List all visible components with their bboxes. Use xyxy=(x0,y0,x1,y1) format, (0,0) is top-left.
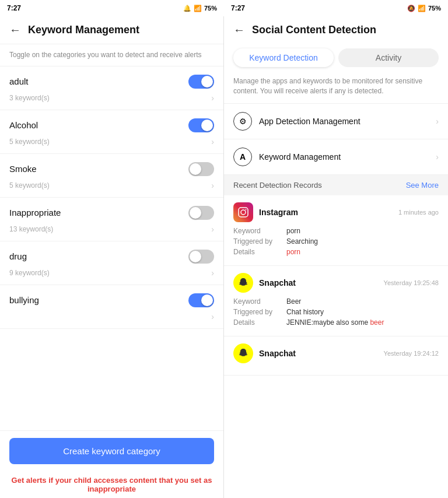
list-item: drug 9 keyword(s) › xyxy=(0,241,223,285)
category-name: adult xyxy=(9,76,29,86)
keywords-row[interactable]: 9 keyword(s) › xyxy=(0,266,223,285)
detection-card-snapchat-2: Snapchat Yesterday 19:24:12 xyxy=(224,336,448,376)
recent-title: Recent Detection Records xyxy=(233,181,322,190)
detection-time: 1 minutes ago xyxy=(398,209,439,216)
category-name: Smoke xyxy=(9,164,37,174)
detection-app-row: Instagram 1 minutes ago xyxy=(233,202,439,222)
create-keyword-category-button[interactable]: Create keyword category xyxy=(9,438,214,464)
tab-activity[interactable]: Activity xyxy=(338,48,439,67)
keyword-management-item[interactable]: A Keyword Management › xyxy=(224,139,448,175)
keyword-label: Keyword xyxy=(233,297,277,306)
detail-row-triggered: Triggered by Chat history xyxy=(233,308,439,316)
list-item: Smoke 5 keyword(s) › xyxy=(0,154,223,198)
keywords-count: 9 keyword(s) xyxy=(9,269,50,277)
right-status-icons: 🔕 📶 75% xyxy=(407,5,441,12)
toggle-bullying[interactable] xyxy=(188,293,214,307)
bottom-alert: Get alerts if your child accesses conten… xyxy=(0,471,223,498)
back-button-left[interactable]: ← xyxy=(9,23,21,37)
category-name: bullying xyxy=(9,295,39,305)
snapchat-app-name-2: Snapchat xyxy=(259,349,296,358)
list-item: Alcohol 5 keyword(s) › xyxy=(0,110,223,154)
detail-row-keyword: Keyword Beer xyxy=(233,297,439,306)
triggered-label: Triggered by xyxy=(233,308,277,316)
right-panel-subtitle: Manage the apps and keywords to be monit… xyxy=(224,72,448,104)
category-row: adult xyxy=(0,66,223,91)
chevron-right-icon: › xyxy=(436,117,439,126)
keywords-count: 13 keyword(s) xyxy=(9,225,53,233)
detection-card-instagram: Instagram 1 minutes ago Keyword porn Tri… xyxy=(224,195,448,266)
detection-app-row: Snapchat Yesterday 19:24:12 xyxy=(233,343,439,363)
keywords-row[interactable]: 3 keyword(s) › xyxy=(0,91,223,110)
keywords-count: 5 keyword(s) xyxy=(9,181,50,190)
mute-icon: 🔕 xyxy=(407,5,415,12)
toggle-adult[interactable] xyxy=(188,75,214,89)
keywords-row[interactable]: › xyxy=(0,310,223,328)
categories-list: adult 3 keyword(s) › Alcohol 5 keyword(s… xyxy=(0,66,223,430)
menu-item-left: A Keyword Management xyxy=(233,148,341,166)
keyword-management-icon: A xyxy=(233,148,252,166)
wifi-icon-right: 📶 xyxy=(418,5,426,12)
keyword-value: Beer xyxy=(286,297,301,306)
chevron-right-icon: › xyxy=(436,152,439,162)
left-panel-subtitle: Toggle on the categories you want to det… xyxy=(0,44,223,66)
category-row: Inappropriate xyxy=(0,198,223,222)
tab-keyword-detection[interactable]: Keyword Detection xyxy=(233,48,334,67)
keywords-row[interactable]: 5 keyword(s) › xyxy=(0,135,223,153)
detection-app-row: Snapchat Yesterday 19:25:48 xyxy=(233,273,439,293)
list-item: adult 3 keyword(s) › xyxy=(0,66,223,110)
detail-row-details: Details JENNIE:maybe also some beer xyxy=(233,318,439,327)
keyword-management-label: Keyword Management xyxy=(259,152,341,162)
app-info: Instagram xyxy=(233,202,298,222)
details-highlight: beer xyxy=(370,318,384,327)
toggle-inappropriate[interactable] xyxy=(188,206,214,220)
app-detection-management-item[interactable]: ⚙ App Detection Management › xyxy=(224,104,448,139)
detection-time: Yesterday 19:25:48 xyxy=(384,279,439,286)
keywords-row[interactable]: 5 keyword(s) › xyxy=(0,178,223,197)
keyword-value: porn xyxy=(286,227,300,235)
back-button-right[interactable]: ← xyxy=(233,23,245,37)
chevron-right-icon: › xyxy=(211,268,214,278)
instagram-icon xyxy=(233,202,253,222)
right-panel: ← Social Content Detection Keyword Detec… xyxy=(224,16,448,498)
keywords-count: 3 keyword(s) xyxy=(9,94,50,102)
time-right: 7:27 xyxy=(231,4,245,12)
status-bar: 7:27 🔔 📶 75% 7:27 🔕 📶 75% xyxy=(0,0,448,16)
left-panel-title: Keyword Management xyxy=(28,24,139,36)
see-more-button[interactable]: See More xyxy=(406,181,439,190)
toggle-smoke[interactable] xyxy=(188,162,214,176)
details-label: Details xyxy=(233,318,277,327)
left-panel: ← Keyword Management Toggle on the categ… xyxy=(0,16,224,498)
toggle-drug[interactable] xyxy=(188,250,214,264)
toggle-alcohol[interactable] xyxy=(188,118,214,132)
keywords-count: 5 keyword(s) xyxy=(9,138,50,146)
category-name: Inappropriate xyxy=(9,208,61,218)
svg-point-3 xyxy=(246,209,247,210)
triggered-value: Chat history xyxy=(286,308,324,316)
details-value: porn xyxy=(286,248,300,256)
snapchat-icon-2 xyxy=(233,343,253,363)
keywords-row[interactable]: 13 keyword(s) › xyxy=(0,222,223,241)
category-row: Smoke xyxy=(0,154,223,178)
app-detection-icon: ⚙ xyxy=(233,112,252,131)
chevron-right-icon: › xyxy=(211,225,214,234)
category-name: drug xyxy=(9,251,27,261)
detail-row-triggered: Triggered by Searching xyxy=(233,237,439,246)
wifi-icon: 📶 xyxy=(194,5,202,12)
chevron-right-icon: › xyxy=(211,312,214,321)
snapchat-app-name: Snapchat xyxy=(259,278,296,287)
chevron-right-icon: › xyxy=(211,181,214,190)
menu-item-left: ⚙ App Detection Management xyxy=(233,112,360,131)
app-info: Snapchat xyxy=(233,343,296,363)
details-value: JENNIE:maybe also some beer xyxy=(286,318,384,327)
status-bar-left: 7:27 🔔 📶 75% xyxy=(0,0,224,16)
svg-rect-1 xyxy=(239,208,248,217)
app-detection-label: App Detection Management xyxy=(259,117,360,126)
tabs-container: Keyword Detection Activity xyxy=(224,44,448,72)
main-content: ← Keyword Management Toggle on the categ… xyxy=(0,16,448,498)
category-row: bullying xyxy=(0,285,223,310)
list-item: bullying › xyxy=(0,285,223,329)
right-panel-header: ← Social Content Detection xyxy=(224,16,448,44)
list-item: Inappropriate 13 keyword(s) › xyxy=(0,198,223,241)
notification-icon: 🔔 xyxy=(183,5,191,12)
category-row: drug xyxy=(0,241,223,266)
